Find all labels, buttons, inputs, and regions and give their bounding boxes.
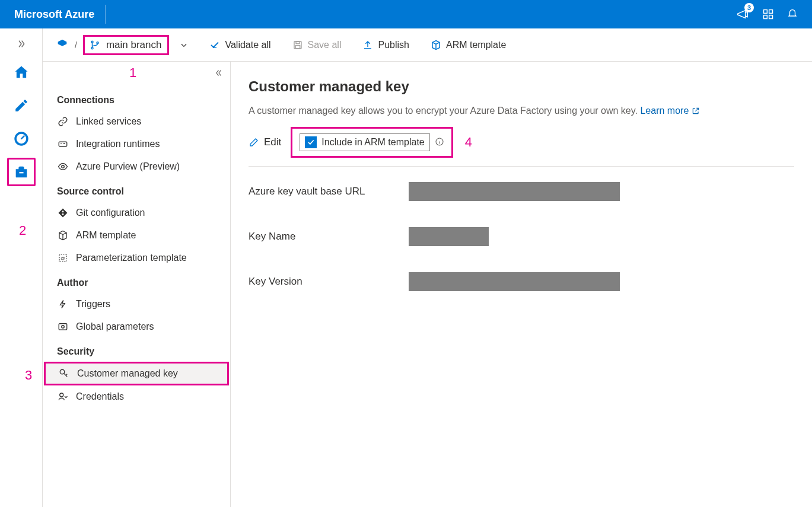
upload-icon: [362, 40, 373, 50]
nav-integration-runtimes[interactable]: Integration runtimes: [43, 133, 230, 155]
cube-icon: [431, 40, 441, 50]
external-link-icon: [692, 107, 700, 115]
label-keyvault-url: Azure key vault base URL: [249, 186, 409, 197]
bell-icon[interactable]: [787, 8, 798, 20]
branch-selector[interactable]: main branch: [83, 35, 170, 55]
gauge-icon: [13, 130, 30, 147]
page-title: Customer managed key: [249, 78, 794, 95]
link-icon: [58, 116, 68, 127]
cube-outline-icon: [58, 230, 68, 241]
section-source-control: Source control: [43, 178, 230, 202]
nav-customer-managed-key[interactable]: Customer managed key: [44, 362, 229, 385]
page-description: A customer managed key allows you to enc…: [249, 106, 794, 116]
include-arm-container: Include in ARM template: [291, 127, 453, 158]
nav-triggers[interactable]: Triggers: [43, 293, 230, 315]
svg-point-20: [60, 393, 63, 397]
svg-rect-2: [764, 15, 768, 19]
svg-rect-1: [769, 10, 773, 14]
pencil-icon: [14, 98, 29, 113]
callout-1: 1: [129, 65, 136, 81]
nav-git-config[interactable]: Git configuration: [43, 202, 230, 224]
arm-template-button[interactable]: ARM template: [431, 40, 506, 50]
publish-button[interactable]: Publish: [362, 40, 409, 50]
grid-icon[interactable]: [762, 8, 774, 20]
section-author: Author: [43, 269, 230, 293]
rail-manage[interactable]: [7, 158, 36, 186]
svg-rect-13: [59, 142, 67, 146]
learn-more-link[interactable]: Learn more: [640, 106, 699, 116]
git-icon: [58, 208, 68, 218]
home-icon: [13, 64, 30, 81]
settings-sidebar: 1 Connections Linked services Integratio…: [43, 62, 231, 507]
callout-2: 2: [19, 223, 26, 238]
svg-point-8: [91, 47, 93, 49]
rail-monitor[interactable]: [7, 125, 36, 153]
label-key-name: Key Name: [249, 231, 409, 243]
git-branch-icon: [90, 40, 100, 50]
callout-4: 4: [465, 135, 472, 150]
at-icon: [58, 321, 68, 332]
collapse-sidebar-button[interactable]: [215, 69, 223, 79]
chevron-double-left-icon: [215, 69, 223, 77]
svg-rect-12: [295, 45, 300, 48]
key-icon: [59, 368, 69, 379]
value-keyvault-url: [409, 182, 620, 201]
checkbox-checked-icon: [305, 136, 317, 148]
nav-arm-template[interactable]: ARM template: [43, 224, 230, 247]
include-arm-checkbox[interactable]: Include in ARM template: [300, 133, 429, 151]
chevron-double-right-icon: [17, 39, 26, 49]
param-icon: @: [58, 253, 68, 263]
nav-azure-purview[interactable]: Azure Purview (Preview): [43, 155, 230, 178]
svg-rect-0: [764, 10, 768, 14]
section-security: Security: [43, 338, 230, 362]
label-key-version: Key Version: [249, 276, 409, 288]
value-key-name: [409, 227, 489, 246]
save-icon: [292, 40, 303, 50]
runtime-icon: [58, 139, 68, 149]
azure-top-bar: Microsoft Azure 3: [0, 0, 812, 28]
notifications-button[interactable]: 3: [736, 8, 749, 21]
pencil-outline-icon: [249, 137, 259, 148]
value-key-version: [409, 272, 620, 291]
checkmark-icon: [209, 40, 220, 50]
brand-label: Microsoft Azure: [14, 5, 106, 24]
save-all-button: Save all: [292, 40, 342, 50]
validate-all-button[interactable]: Validate all: [209, 40, 270, 50]
info-icon[interactable]: [435, 137, 444, 148]
svg-point-14: [62, 165, 65, 168]
svg-rect-17: [59, 324, 67, 330]
callout-3: 3: [25, 368, 32, 383]
edit-button[interactable]: Edit: [249, 136, 281, 148]
svg-rect-11: [296, 42, 300, 44]
svg-point-7: [91, 41, 93, 43]
rail-author[interactable]: [7, 91, 36, 120]
nav-global-params[interactable]: Global parameters: [43, 315, 230, 338]
eye-icon: [57, 161, 69, 172]
credentials-icon: [58, 391, 68, 402]
lightning-icon: [58, 299, 68, 310]
svg-point-9: [97, 42, 98, 43]
left-rail: 2: [0, 28, 43, 507]
chevron-down-icon[interactable]: [180, 41, 188, 49]
page-toolbar: / main branch Validate all Save all Publ…: [43, 28, 812, 62]
svg-text:@: @: [60, 256, 65, 261]
nav-credentials[interactable]: Credentials: [43, 385, 230, 408]
svg-rect-3: [769, 15, 773, 19]
svg-point-18: [62, 326, 65, 329]
branch-name: main branch: [106, 39, 162, 51]
rail-home[interactable]: [7, 58, 36, 87]
data-factory-icon: [56, 39, 69, 52]
svg-rect-6: [19, 172, 23, 173]
toolbox-icon: [13, 164, 30, 180]
expand-rail-button[interactable]: [7, 34, 36, 53]
main-content: Customer managed key A customer managed …: [231, 62, 812, 507]
nav-linked-services[interactable]: Linked services: [43, 110, 230, 133]
nav-parameterization[interactable]: @Parameterization template: [43, 247, 230, 269]
